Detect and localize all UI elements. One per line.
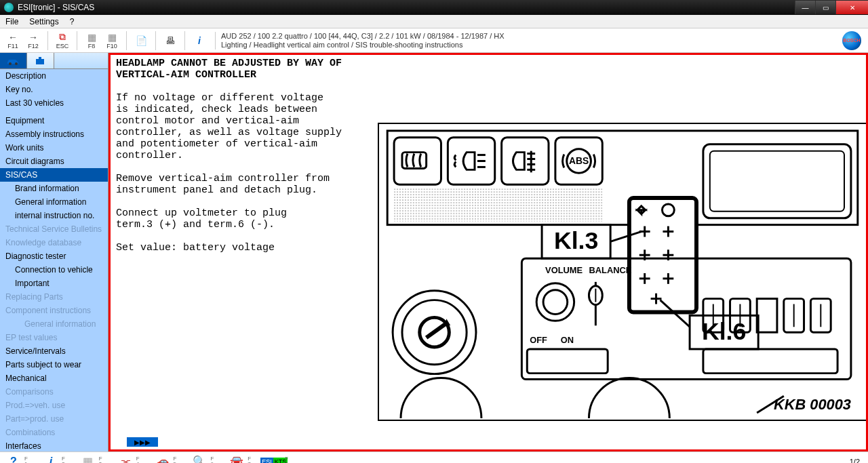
sidebar-item[interactable]: Last 30 vehicles [0,96,108,110]
sidebar-item[interactable]: SIS/CAS [0,168,108,182]
sidebar-item[interactable]: Diagnostic tester [0,249,108,263]
menubar: File Settings ? [0,15,868,28]
sidebar-tree: DescriptionKey no.Last 30 vehiclesEquipm… [0,69,108,451]
sidebar: DescriptionKey no.Last 30 vehiclesEquipm… [0,53,108,451]
esi-kts-f8-button[interactable]: ESIKTSF8 [266,456,288,464]
sidebar-item[interactable]: Work units [0,141,108,155]
minimize-button[interactable]: — [795,1,815,14]
doc-button[interactable]: 📄 [132,35,150,46]
sidebar-item[interactable]: Key no. [0,83,108,96]
svg-text:OFF: OFF [530,335,547,345]
info-button[interactable]: i [191,35,208,46]
svg-rect-21 [394,188,602,222]
sidebar-item[interactable]: Circuit diagrams [0,155,108,168]
sidebar-item[interactable]: Connection to vehicle [0,263,108,277]
sidebar-item: Combinations [0,426,108,439]
print-button[interactable]: 🖶 [161,35,179,46]
f5-button[interactable]: 🚗F5 [155,456,177,464]
svg-rect-2 [36,59,44,64]
svg-rect-72 [703,349,837,374]
menu-file[interactable]: File [5,17,18,26]
sidebar-item[interactable]: Interfaces [0,439,108,451]
sidebar-item: Part=>prod. use [0,412,108,426]
sidebar-tab-vehicle[interactable] [0,53,27,68]
breadcrumb-line1: AUD 252 / 100 2.2 quattro / 100 [44, 44Q… [221,32,840,41]
svg-rect-25 [629,198,696,312]
info-f2-button[interactable]: iF2 [43,456,65,464]
svg-text:VOLUME: VOLUME [545,265,583,275]
svg-text:KKB 00003: KKB 00003 [774,396,851,413]
help-f1-button[interactable]: ?F1 [5,456,28,464]
svg-point-55 [536,283,574,321]
f3-button[interactable]: ▦F3 [80,456,102,464]
back-button[interactable]: ←F11 [4,32,22,49]
svg-rect-23 [703,144,851,218]
bottom-toolbar: ?F1 iF2 ▦F3 ⫘F4 🚗F5 🔍F6 🚘F7 ESIKTSF8 1/2 [0,451,868,463]
sidebar-item[interactable]: Important [0,277,108,290]
svg-point-1 [15,62,18,65]
f4-button[interactable]: ⫘F4 [117,456,140,464]
sidebar-item[interactable]: Brand information [0,182,108,195]
f10-button[interactable]: ▦F10 [103,32,121,49]
sidebar-item[interactable]: Assembly instructions [0,127,108,141]
sidebar-item: Prod.=>veh. use [0,399,108,412]
sidebar-item: General information [0,317,108,331]
zoom-f6-button[interactable]: 🔍F6 [191,456,214,464]
f8-button[interactable]: ▦F8 [83,32,100,49]
sidebar-item: EP test values [0,331,108,344]
car-f7-button[interactable]: 🚘F7 [229,456,251,464]
maximize-button[interactable]: ▭ [815,1,835,14]
svg-rect-62 [527,349,608,374]
menu-help[interactable]: ? [70,17,75,26]
svg-text:ON: ON [561,335,574,345]
window-title: ESI[tronic] - SIS/CAS [18,3,94,12]
breadcrumb-line2: Lighting / Headlight vertical aim contro… [221,41,840,49]
sidebar-item: Component instructions [0,304,108,317]
titlebar: ESI[tronic] - SIS/CAS — ▭ ✕ [0,0,868,15]
sidebar-item[interactable]: Equipment [0,114,108,127]
sidebar-item: Technical Service Bulletins [0,222,108,236]
close-button[interactable]: ✕ [835,1,868,14]
sidebar-item[interactable]: internal instruction no. [0,209,108,222]
svg-text:BALANCE: BALANCE [589,265,631,275]
forward-button[interactable]: →F12 [24,32,42,49]
sidebar-item[interactable]: Parts subject to wear [0,358,108,371]
sidebar-item[interactable]: Description [0,69,108,83]
svg-rect-65 [757,299,777,333]
sidebar-item: Replacing Parts [0,290,108,304]
sidebar-item[interactable]: Service/Intervals [0,344,108,358]
svg-rect-5 [394,138,441,184]
sidebar-item: Knowledge database [0,236,108,249]
sidebar-item[interactable]: Mechanical [0,371,108,385]
page-indicator: 1/2 [850,458,863,464]
breadcrumb: AUD 252 / 100 2.2 quattro / 100 [44, 44Q… [215,32,840,49]
content-pane: HEADLAMP CANNOT BE ADJUSTED BY WAY OF VE… [108,53,868,451]
bosch-globe-icon[interactable]: BOSCH [842,31,861,50]
svg-text:(ABS): (ABS) [566,155,592,166]
top-toolbar: ←F11 →F12 ⧉ESC ▦F8 ▦F10 📄 🖶 i AUD 252 / … [0,28,868,53]
svg-text:Kl.3: Kl.3 [554,227,598,254]
sidebar-tab-engine[interactable] [27,53,54,68]
menu-settings[interactable]: Settings [29,17,58,26]
svg-rect-3 [39,57,41,59]
svg-point-56 [543,290,568,315]
svg-rect-24 [710,151,844,212]
app-icon [4,3,14,12]
svg-line-50 [427,324,446,338]
sidebar-tabs [0,53,108,69]
diagram-image: (ABS) [378,123,866,421]
svg-point-0 [9,62,12,65]
sidebar-item: Comparisons [0,385,108,399]
next-page-button[interactable]: ▶▶▶ [127,437,158,447]
svg-rect-6 [448,138,494,184]
sidebar-item[interactable]: General information [0,195,108,209]
esc-button[interactable]: ⧉ESC [54,32,71,49]
